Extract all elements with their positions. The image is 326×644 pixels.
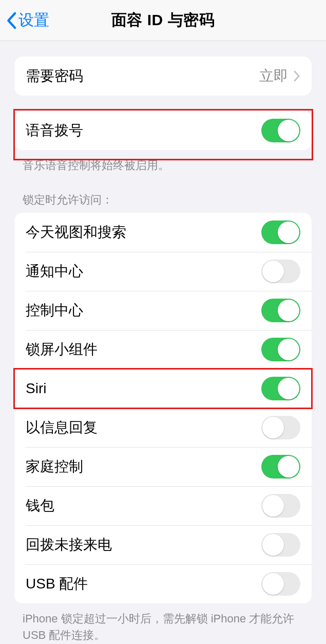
page-title: 面容 ID 与密码 <box>111 10 215 31</box>
require-passcode-group: 需要密码 立即 <box>14 57 312 96</box>
voice-dial-row: 语音拨号 <box>14 111 312 150</box>
locked-access-label: 今天视图和搜索 <box>26 223 261 242</box>
locked-access-row: 回拨未接来电 <box>14 525 312 564</box>
voice-dial-label: 语音拨号 <box>26 121 261 140</box>
locked-access-toggle[interactable] <box>261 416 300 439</box>
require-passcode-row[interactable]: 需要密码 立即 <box>14 57 312 96</box>
locked-access-label: 回拨未接来电 <box>26 535 261 555</box>
locked-access-row: USB 配件 <box>14 564 312 603</box>
locked-access-label: 锁屏小组件 <box>26 340 261 359</box>
locked-access-row: Siri <box>14 369 312 408</box>
locked-access-footer: iPhone 锁定超过一小时后，需先解锁 iPhone 才能允许USB 配件连接… <box>23 611 303 643</box>
locked-access-toggle[interactable] <box>261 260 300 283</box>
locked-access-toggle[interactable] <box>261 377 300 400</box>
locked-access-label: 以信息回复 <box>26 418 261 437</box>
chevron-left-icon <box>6 12 16 29</box>
locked-access-header: 锁定时允许访问： <box>23 192 303 208</box>
locked-access-label: 钱包 <box>26 496 261 516</box>
voice-dial-footer: 音乐语音控制将始终被启用。 <box>23 157 303 174</box>
locked-access-row: 以信息回复 <box>14 408 312 447</box>
voice-dial-group: 语音拨号 <box>14 111 312 150</box>
back-label: 设置 <box>18 10 49 31</box>
locked-access-toggle[interactable] <box>261 533 300 557</box>
require-passcode-label: 需要密码 <box>26 66 259 86</box>
locked-access-toggle[interactable] <box>261 494 300 518</box>
locked-access-row: 锁屏小组件 <box>14 330 312 369</box>
locked-access-toggle[interactable] <box>261 572 300 596</box>
locked-access-label: Siri <box>26 380 261 397</box>
locked-access-label: 控制中心 <box>26 301 261 320</box>
locked-access-row: 家庭控制 <box>14 447 312 486</box>
locked-access-row: 今天视图和搜索 <box>14 213 312 252</box>
locked-access-label: 通知中心 <box>26 262 261 281</box>
voice-dial-toggle[interactable] <box>261 119 300 142</box>
locked-access-group: 今天视图和搜索通知中心控制中心锁屏小组件Siri以信息回复家庭控制钱包回拨未接来… <box>14 213 312 603</box>
locked-access-row: 钱包 <box>14 486 312 525</box>
back-button[interactable]: 设置 <box>0 10 49 31</box>
content: 需要密码 立即 语音拨号 音乐语音控制将始终被启用。 锁定时允许访问： 今天视图… <box>0 57 326 644</box>
locked-access-row: 控制中心 <box>14 291 312 330</box>
locked-access-row: 通知中心 <box>14 252 312 291</box>
chevron-right-icon <box>293 70 300 82</box>
locked-access-label: USB 配件 <box>26 574 261 594</box>
locked-access-toggle[interactable] <box>261 455 300 479</box>
navbar: 设置 面容 ID 与密码 <box>0 0 326 41</box>
locked-access-toggle[interactable] <box>261 220 300 244</box>
require-passcode-value: 立即 <box>259 66 288 86</box>
locked-access-toggle[interactable] <box>261 338 300 361</box>
locked-access-label: 家庭控制 <box>26 457 261 476</box>
locked-access-toggle[interactable] <box>261 299 300 322</box>
